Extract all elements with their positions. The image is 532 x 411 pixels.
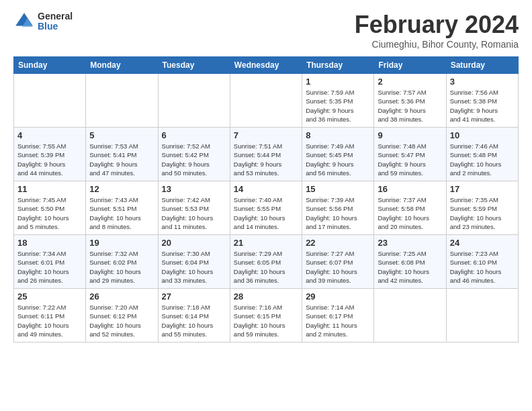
calendar-cell: 6Sunrise: 7:52 AM Sunset: 5:42 PM Daylig… [158,128,230,181]
day-number: 16 [378,184,442,194]
calendar-cell [14,74,86,128]
day-number: 28 [234,291,298,302]
day-info: Sunrise: 7:14 AM Sunset: 6:17 PM Dayligh… [306,303,370,338]
day-info: Sunrise: 7:16 AM Sunset: 6:15 PM Dayligh… [234,303,298,338]
col-header-friday: Friday [374,57,446,74]
day-info: Sunrise: 7:32 AM Sunset: 6:02 PM Dayligh… [89,249,154,285]
day-info: Sunrise: 7:18 AM Sunset: 6:14 PM Dayligh… [162,303,226,338]
calendar-cell: 10Sunrise: 7:46 AM Sunset: 5:48 PM Dayli… [446,128,518,181]
logo-blue-text: Blue [38,21,73,32]
calendar-cell: 7Sunrise: 7:51 AM Sunset: 5:44 PM Daylig… [230,128,302,181]
logo-general-text: General [38,11,73,21]
col-header-saturday: Saturday [446,57,518,74]
day-info: Sunrise: 7:40 AM Sunset: 5:55 PM Dayligh… [234,195,298,231]
day-info: Sunrise: 7:37 AM Sunset: 5:58 PM Dayligh… [378,195,442,231]
day-info: Sunrise: 7:29 AM Sunset: 6:05 PM Dayligh… [234,249,298,285]
day-number: 3 [450,77,515,87]
col-header-wednesday: Wednesday [230,57,302,74]
calendar-cell [230,74,302,128]
week-row-5: 25Sunrise: 7:22 AM Sunset: 6:11 PM Dayli… [14,289,519,342]
day-number: 10 [450,130,515,140]
calendar-cell [446,289,518,342]
calendar-cell: 17Sunrise: 7:35 AM Sunset: 5:59 PM Dayli… [446,181,518,235]
day-info: Sunrise: 7:39 AM Sunset: 5:56 PM Dayligh… [306,195,370,231]
day-info: Sunrise: 7:49 AM Sunset: 5:45 PM Dayligh… [306,142,370,177]
day-number: 22 [306,238,370,248]
day-number: 7 [234,130,298,140]
day-info: Sunrise: 7:34 AM Sunset: 6:01 PM Dayligh… [17,249,82,285]
calendar-cell: 5Sunrise: 7:53 AM Sunset: 5:41 PM Daylig… [86,128,158,181]
day-number: 24 [450,238,515,248]
day-number: 18 [17,238,82,248]
calendar-cell [374,289,446,342]
day-number: 19 [89,238,154,248]
day-info: Sunrise: 7:42 AM Sunset: 5:53 PM Dayligh… [162,195,226,231]
day-info: Sunrise: 7:53 AM Sunset: 5:41 PM Dayligh… [89,142,154,177]
day-number: 12 [89,184,154,194]
day-info: Sunrise: 7:30 AM Sunset: 6:04 PM Dayligh… [162,249,226,285]
day-info: Sunrise: 7:35 AM Sunset: 5:59 PM Dayligh… [450,195,515,231]
day-info: Sunrise: 7:20 AM Sunset: 6:12 PM Dayligh… [89,303,154,338]
calendar-cell: 1Sunrise: 7:59 AM Sunset: 5:35 PM Daylig… [302,74,374,128]
day-number: 13 [162,184,226,194]
day-number: 9 [378,130,442,140]
day-number: 4 [17,130,82,140]
day-info: Sunrise: 7:25 AM Sunset: 6:08 PM Dayligh… [378,249,442,285]
calendar-cell: 24Sunrise: 7:23 AM Sunset: 6:10 PM Dayli… [446,235,518,289]
calendar-subtitle: Ciumeghiu, Bihor County, Romania [355,39,519,50]
title-section: February 2024 Ciumeghiu, Bihor County, R… [355,11,519,50]
day-info: Sunrise: 7:45 AM Sunset: 5:50 PM Dayligh… [17,195,82,231]
day-info: Sunrise: 7:43 AM Sunset: 5:51 PM Dayligh… [89,195,154,231]
logo: General Blue [13,11,73,32]
calendar-table: SundayMondayTuesdayWednesdayThursdayFrid… [13,56,519,342]
day-number: 27 [162,291,226,302]
day-number: 11 [17,184,82,194]
day-number: 5 [89,130,154,140]
calendar-cell: 2Sunrise: 7:57 AM Sunset: 5:36 PM Daylig… [374,74,446,128]
calendar-cell: 9Sunrise: 7:48 AM Sunset: 5:47 PM Daylig… [374,128,446,181]
day-info: Sunrise: 7:55 AM Sunset: 5:39 PM Dayligh… [17,142,82,177]
col-header-sunday: Sunday [14,57,86,74]
day-number: 23 [378,238,442,248]
day-number: 6 [162,130,226,140]
calendar-cell: 25Sunrise: 7:22 AM Sunset: 6:11 PM Dayli… [14,289,86,342]
day-info: Sunrise: 7:52 AM Sunset: 5:42 PM Dayligh… [162,142,226,177]
day-number: 25 [17,291,82,302]
calendar-cell: 3Sunrise: 7:56 AM Sunset: 5:38 PM Daylig… [446,74,518,128]
calendar-cell: 4Sunrise: 7:55 AM Sunset: 5:39 PM Daylig… [14,128,86,181]
day-number: 15 [306,184,370,194]
week-row-4: 18Sunrise: 7:34 AM Sunset: 6:01 PM Dayli… [14,235,519,289]
page-header: General Blue February 2024 Ciumeghiu, Bi… [13,11,519,50]
calendar-cell: 18Sunrise: 7:34 AM Sunset: 6:01 PM Dayli… [14,235,86,289]
calendar-cell: 22Sunrise: 7:27 AM Sunset: 6:07 PM Dayli… [302,235,374,289]
calendar-title: February 2024 [355,11,519,39]
day-number: 17 [450,184,515,194]
day-number: 26 [89,291,154,302]
col-header-thursday: Thursday [302,57,374,74]
col-header-tuesday: Tuesday [158,57,230,74]
calendar-cell: 14Sunrise: 7:40 AM Sunset: 5:55 PM Dayli… [230,181,302,235]
day-number: 29 [306,291,370,302]
calendar-cell: 23Sunrise: 7:25 AM Sunset: 6:08 PM Dayli… [374,235,446,289]
calendar-cell: 13Sunrise: 7:42 AM Sunset: 5:53 PM Dayli… [158,181,230,235]
calendar-cell: 16Sunrise: 7:37 AM Sunset: 5:58 PM Dayli… [374,181,446,235]
day-info: Sunrise: 7:51 AM Sunset: 5:44 PM Dayligh… [234,142,298,177]
calendar-cell: 27Sunrise: 7:18 AM Sunset: 6:14 PM Dayli… [158,289,230,342]
calendar-cell [158,74,230,128]
logo-icon [13,11,35,32]
day-info: Sunrise: 7:22 AM Sunset: 6:11 PM Dayligh… [17,303,82,338]
header-row: SundayMondayTuesdayWednesdayThursdayFrid… [14,57,519,74]
week-row-3: 11Sunrise: 7:45 AM Sunset: 5:50 PM Dayli… [14,181,519,235]
calendar-cell: 19Sunrise: 7:32 AM Sunset: 6:02 PM Dayli… [86,235,158,289]
calendar-cell: 8Sunrise: 7:49 AM Sunset: 5:45 PM Daylig… [302,128,374,181]
day-info: Sunrise: 7:46 AM Sunset: 5:48 PM Dayligh… [450,142,515,177]
day-number: 21 [234,238,298,248]
calendar-cell: 15Sunrise: 7:39 AM Sunset: 5:56 PM Dayli… [302,181,374,235]
day-info: Sunrise: 7:57 AM Sunset: 5:36 PM Dayligh… [378,88,442,124]
calendar-cell: 20Sunrise: 7:30 AM Sunset: 6:04 PM Dayli… [158,235,230,289]
day-number: 1 [306,77,370,87]
day-number: 2 [378,77,442,87]
day-number: 14 [234,184,298,194]
calendar-cell: 29Sunrise: 7:14 AM Sunset: 6:17 PM Dayli… [302,289,374,342]
day-info: Sunrise: 7:23 AM Sunset: 6:10 PM Dayligh… [450,249,515,285]
